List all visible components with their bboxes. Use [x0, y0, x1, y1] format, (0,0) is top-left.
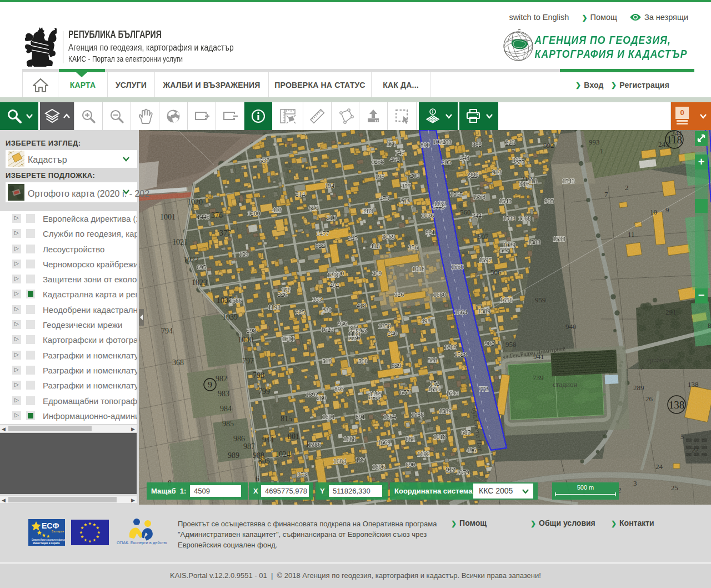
svg-text:България: България [52, 530, 64, 533]
svg-text:ОПАК. Експерти в действие: ОПАК. Експерти в действие [117, 540, 167, 545]
svg-text:Европейски социален фонд: Европейски социален фонд [32, 538, 65, 541]
svg-text:Инвестиции в хората: Инвестиции в хората [33, 542, 60, 545]
svg-text:138: 138 [669, 399, 685, 411]
svg-text:9: 9 [208, 380, 212, 389]
svg-text:ЕСФ: ЕСФ [42, 521, 59, 530]
svg-text:118: 118 [667, 134, 682, 146]
